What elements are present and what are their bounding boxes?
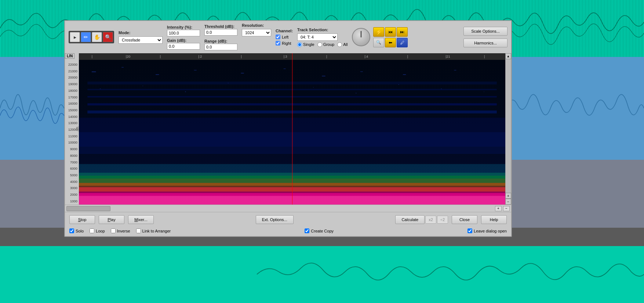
svg-point-39 (356, 93, 356, 94)
left-gray-area (0, 160, 64, 228)
y-label-17000: 17000 (66, 95, 77, 99)
right-blue-svg (506, 57, 644, 160)
svg-point-36 (228, 83, 229, 83)
pencil-tool-button[interactable]: ✏ (81, 32, 91, 42)
help-button[interactable]: Help (481, 215, 507, 224)
create-copy-label: Create Copy (311, 229, 334, 233)
range-input[interactable] (204, 44, 237, 50)
time-tick-8: | (484, 55, 485, 58)
time-tick-1: | (160, 55, 161, 58)
zoom-plus-button[interactable]: + (495, 206, 502, 211)
playhead (292, 53, 292, 205)
gain-input[interactable] (167, 43, 200, 50)
svg-rect-48 (284, 69, 286, 69)
magnify-tool-button[interactable]: 🔍 (103, 32, 113, 42)
ext-options-button[interactable]: Ext. Options... (256, 215, 294, 224)
time-tick-20: |20 (126, 55, 130, 58)
left-blue-waveform (0, 57, 64, 160)
y-label-16000: 16000 (66, 102, 77, 105)
inverse-option: Inverse (111, 228, 130, 233)
calculate-button[interactable]: Calculate (395, 215, 425, 224)
scroll-track[interactable] (506, 59, 511, 193)
intensity-gain-group: Intensity (%): Gain (dB): (167, 25, 200, 50)
next-track-button[interactable]: ⏭ (397, 27, 408, 37)
gold-star-button[interactable]: ⚡ (373, 27, 384, 37)
divide2-button[interactable]: ÷2 (437, 216, 448, 224)
link-arranger-option: Link to Arranger (136, 228, 171, 233)
zoom-minus-button[interactable]: − (503, 206, 510, 211)
threshold-label: Threshold (dB): (204, 24, 234, 29)
zoom-in-button[interactable]: 🔍 (373, 38, 384, 47)
close-button[interactable]: Close (452, 215, 477, 224)
scroll-down-plus-button[interactable]: + (505, 193, 511, 199)
loop-label: Loop (96, 229, 105, 233)
loop-checkbox[interactable] (90, 228, 94, 233)
channel-group: Channel: Left Right (276, 29, 293, 46)
harmonics-button[interactable]: Harmonics... (463, 39, 507, 47)
svg-point-38 (313, 87, 314, 88)
main-dialog: ▸ ✏ ✋ 🔍 Mode: Crossfade Intensity (%): G… (64, 20, 512, 237)
all-radio-label: All (343, 42, 348, 47)
time-tick-3: | (241, 55, 242, 58)
range-group: Range (dB): (204, 39, 237, 50)
scroll-up-button[interactable]: ▲ (505, 53, 511, 59)
left-channel-checkbox[interactable] (276, 35, 280, 39)
leave-open-checkbox[interactable] (467, 228, 472, 233)
y-label-7000: 7000 (66, 160, 77, 164)
svg-rect-51 (403, 74, 406, 75)
mode-label: Mode: (119, 30, 163, 35)
track-select[interactable]: 04: T: 4 (297, 33, 338, 41)
scale-options-button[interactable]: Scale Options... (463, 27, 507, 36)
h-scroll-thumb[interactable] (66, 206, 110, 211)
svg-rect-50 (360, 72, 363, 72)
single-radio[interactable] (297, 42, 302, 47)
group-radio-item: Group (317, 42, 335, 47)
resolution-select[interactable]: 1024 (242, 29, 271, 36)
intensity-input[interactable] (167, 30, 200, 36)
inverse-checkbox[interactable] (111, 228, 116, 233)
mixer-button[interactable]: Mixer... (128, 215, 154, 224)
intensity-row: Intensity (%): (167, 25, 200, 36)
threshold-range-group: Threshold (dB): Range (dB): (204, 24, 237, 50)
stop-button[interactable]: Stop (69, 215, 95, 224)
left-blue-svg (0, 57, 64, 160)
threshold-input[interactable] (204, 29, 237, 36)
y-label-9000: 9000 (66, 147, 77, 151)
svg-point-37 (270, 90, 271, 91)
create-copy-checkbox[interactable] (305, 228, 309, 233)
all-radio[interactable] (337, 42, 342, 47)
svg-point-40 (399, 84, 399, 85)
prev-track-button[interactable]: ⏮ (385, 27, 396, 37)
arrow-tool-button[interactable]: ▸ (70, 32, 80, 42)
mode-select[interactable]: Crossfade (119, 36, 163, 44)
channel-label: Channel: (276, 29, 293, 33)
y-label-13000: 13000 (66, 121, 77, 125)
link-arranger-checkbox[interactable] (136, 228, 141, 233)
hand-tool-button[interactable]: ✋ (92, 32, 102, 42)
vertical-scrollbar[interactable]: ▲ + − (505, 53, 511, 205)
svg-rect-49 (322, 76, 325, 76)
y-label-4000: 4000 (66, 180, 77, 184)
nav-right-button[interactable]: 🖊 (397, 38, 408, 47)
right-channel-checkbox[interactable] (276, 41, 280, 46)
y-label-5000: 5000 (66, 173, 77, 177)
gain-row: Gain (dB): (167, 38, 200, 50)
play-button[interactable]: Play (99, 215, 124, 224)
scroll-down-minus-button[interactable]: − (505, 199, 511, 205)
gain-label: Gain (dB): (167, 38, 186, 43)
loop-option: Loop (90, 228, 105, 233)
bottom-buttons-row: Stop Play Mixer... Ext. Options... Calcu… (65, 212, 511, 227)
track-selection-label: Track Selection: (297, 28, 348, 32)
spectrogram-display[interactable]: | |20 | |:2 | |:3 | |:4 | |21 | (79, 53, 505, 205)
svg-point-41 (441, 89, 442, 89)
group-radio[interactable] (317, 42, 322, 47)
resolution-label: Resolution: (242, 23, 271, 28)
mode-group: Mode: Crossfade (119, 30, 163, 44)
lin-badge[interactable]: LIN (65, 53, 74, 59)
right-gray-area (506, 160, 644, 228)
x2-button[interactable]: x2 (425, 216, 436, 224)
horizontal-scrollbar: + − (65, 205, 511, 212)
rotary-knob[interactable] (352, 28, 370, 46)
nav-left-button[interactable]: ⬅ (385, 38, 396, 47)
solo-checkbox[interactable] (69, 228, 74, 233)
